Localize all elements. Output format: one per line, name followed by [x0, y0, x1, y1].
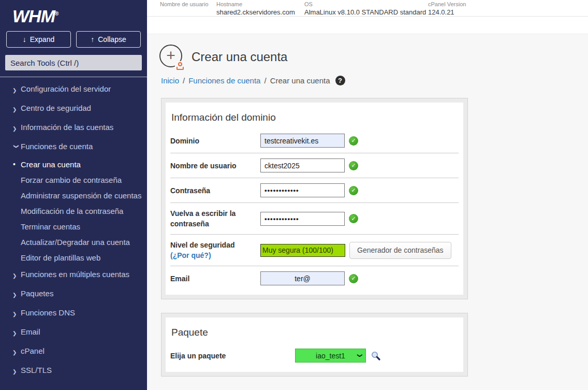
- why-link[interactable]: (¿Por qué?): [170, 251, 211, 259]
- up-arrow-icon: ↑: [91, 35, 94, 44]
- email-row: Email ✓: [170, 266, 459, 291]
- search-package-icon[interactable]: [371, 351, 381, 361]
- password-label: Contraseña: [170, 185, 260, 196]
- sidebar-item-label: Email: [21, 327, 40, 339]
- sidebar-item-label: Funciones en múltiples cuentas: [21, 269, 129, 281]
- chevron-right-icon: ❯: [12, 103, 21, 115]
- server-info-bar: Nombre de usuarioHostnameshared2.ckservi…: [147, 0, 588, 17]
- package-label: Elija un paquete: [170, 352, 295, 360]
- whm-logo: WHM®: [0, 0, 147, 26]
- expand-button[interactable]: ↓ Expand: [6, 31, 71, 48]
- server-info-value: AlmaLinux v8.10.0 STANDARD standard: [304, 8, 428, 16]
- package-select[interactable]: iao_test1 ❯: [295, 349, 366, 363]
- expand-label: Expand: [30, 35, 54, 44]
- sidebar-item-forzar-cambio-de-contrase-a[interactable]: Forzar cambio de contraseña: [0, 172, 147, 188]
- sidebar-item-funciones-dns[interactable]: ❯Funciones DNS: [0, 304, 147, 323]
- search-tools-input[interactable]: [5, 55, 142, 70]
- sidebar-item-label: Administrar suspensión de cuentas: [21, 191, 141, 200]
- sidebar-item-funciones-en-m-ltiples-cuentas[interactable]: ❯Funciones en múltiples cuentas: [0, 266, 147, 285]
- server-info-label: Hostname: [216, 1, 304, 7]
- chevron-down-icon: ❯: [357, 353, 362, 357]
- sidebar-item-label: Configuración del servidor: [21, 84, 111, 96]
- password-generator-button[interactable]: Generador de contraseñas: [349, 242, 451, 259]
- strength-label: Nivel de seguridad: [170, 241, 234, 249]
- server-info-label: cPanel Version: [428, 1, 466, 7]
- valid-check-icon: ✓: [349, 161, 358, 170]
- help-icon[interactable]: ?: [335, 76, 345, 85]
- sidebar-item-paquetes[interactable]: ❯Paquetes: [0, 285, 147, 304]
- sidebar-item-label: Terminar cuentas: [21, 222, 80, 231]
- sidebar-item-label: Funciones de cuenta: [21, 141, 93, 153]
- chevron-right-icon: ❯: [12, 346, 21, 358]
- sidebar-item-label: Forzar cambio de contraseña: [21, 176, 122, 184]
- server-info-value: 124.0.21: [428, 8, 466, 16]
- password-confirm-label: Vuelva a escribir la contraseña: [170, 208, 260, 229]
- sidebar-item-terminar-cuentas[interactable]: Terminar cuentas: [0, 219, 147, 235]
- valid-check-icon: ✓: [349, 186, 358, 195]
- strength-row: Nivel de seguridad (¿Por qué?) Muy segur…: [170, 234, 459, 266]
- breadcrumb-separator: /: [264, 76, 266, 85]
- chevron-right-icon: ❯: [12, 327, 21, 339]
- domain-label: Dominio: [170, 136, 260, 146]
- domain-section-title: Información del dominio: [171, 112, 459, 123]
- create-account-icon: +: [159, 45, 184, 69]
- domain-row: Dominio ✓: [170, 128, 459, 153]
- sidebar-item-configuraci-n-del-servidor[interactable]: ❯Configuración del servidor: [0, 80, 147, 99]
- password-input[interactable]: [260, 183, 345, 197]
- chevron-right-icon: ❯: [12, 84, 21, 96]
- chevron-right-icon: ❯: [12, 269, 21, 281]
- sidebar-item-centro-de-seguridad[interactable]: ❯Centro de seguridad: [0, 99, 147, 119]
- sidebar-item-actualizar-degradar-una-cuenta[interactable]: Actualizar/Degradar una cuenta: [0, 235, 147, 250]
- server-info-field: OSAlmaLinux v8.10.0 STANDARD standard: [304, 0, 428, 16]
- username-input[interactable]: [260, 158, 345, 172]
- server-info-label: Nombre de usuario: [160, 1, 216, 7]
- down-arrow-icon: ↓: [23, 35, 26, 44]
- password-confirm-row: Vuelva a escribir la contraseña ✓: [170, 203, 459, 234]
- sidebar-item-ssl-tls[interactable]: ❯SSL/TLS: [0, 362, 147, 381]
- valid-check-icon: ✓: [349, 214, 358, 223]
- breadcrumb-item[interactable]: Inicio: [161, 76, 179, 85]
- chevron-right-icon: ❯: [12, 308, 21, 320]
- package-section-title: Paquete: [171, 327, 459, 338]
- server-info-field: cPanel Version124.0.21: [428, 0, 466, 16]
- server-info-field: Nombre de usuario: [160, 0, 216, 16]
- server-info-field: Hostnameshared2.ckservidores.com: [216, 0, 304, 16]
- domain-input[interactable]: [260, 134, 345, 148]
- sidebar-nav: ❯Configuración del servidor❯Centro de se…: [0, 77, 147, 381]
- sidebar-item-cpanel[interactable]: ❯cPanel: [0, 342, 147, 362]
- sidebar-item-label: Editor de plantillas web: [21, 253, 100, 262]
- collapse-button[interactable]: ↑ Collapse: [76, 31, 141, 48]
- sidebar-item-informaci-n-de-las-cuentas[interactable]: ❯Información de las cuentas: [0, 119, 147, 138]
- breadcrumb-separator: /: [183, 76, 185, 85]
- email-input[interactable]: [260, 271, 345, 285]
- sidebar-item-modificaci-n-de-la-contrase-a[interactable]: Modificación de la contraseña: [0, 204, 147, 219]
- breadcrumb-item: Crear una cuenta: [270, 76, 330, 85]
- search-tools-container: [0, 49, 147, 77]
- chevron-right-icon: ❯: [12, 365, 21, 377]
- sidebar-item-crear-una-cuenta[interactable]: •Crear una cuenta: [0, 157, 147, 172]
- sidebar-item-label: Paquetes: [21, 288, 53, 300]
- sidebar-item-label: Funciones DNS: [21, 308, 75, 320]
- toolbar-strip: [147, 17, 588, 34]
- breadcrumb-item[interactable]: Funciones de cuenta: [188, 76, 260, 85]
- password-strength-meter: Muy segura (100/100): [260, 244, 345, 257]
- chevron-down-icon: ❯: [11, 145, 23, 153]
- valid-check-icon: ✓: [349, 136, 358, 146]
- sidebar-item-funciones-de-cuenta[interactable]: ❯Funciones de cuenta: [0, 138, 147, 157]
- sidebar-item-label: Crear una cuenta: [21, 160, 81, 169]
- active-bullet-icon: •: [13, 159, 16, 169]
- password-confirm-input[interactable]: [260, 212, 345, 226]
- sidebar-item-administrar-suspensi-n-de-cuentas[interactable]: Administrar suspensión de cuentas: [0, 188, 147, 204]
- breadcrumb: Inicio/Funciones de cuenta/Crear una cue…: [161, 76, 588, 85]
- valid-check-icon: ✓: [349, 274, 358, 283]
- package-row: Elija un paquete iao_test1 ❯: [170, 343, 459, 368]
- main-area: Nombre de usuarioHostnameshared2.ckservi…: [147, 0, 588, 390]
- page-title: Crear una cuenta: [192, 50, 287, 64]
- email-label: Email: [170, 273, 260, 284]
- sidebar-item-label: SSL/TLS: [21, 365, 52, 377]
- package-select-value: iao_test1: [316, 352, 345, 360]
- sidebar-item-label: Modificación de la contraseña: [21, 207, 123, 215]
- sidebar-item-email[interactable]: ❯Email: [0, 323, 147, 342]
- sidebar-item-editor-de-plantillas-web[interactable]: Editor de plantillas web: [0, 250, 147, 266]
- server-info-label: OS: [304, 1, 428, 7]
